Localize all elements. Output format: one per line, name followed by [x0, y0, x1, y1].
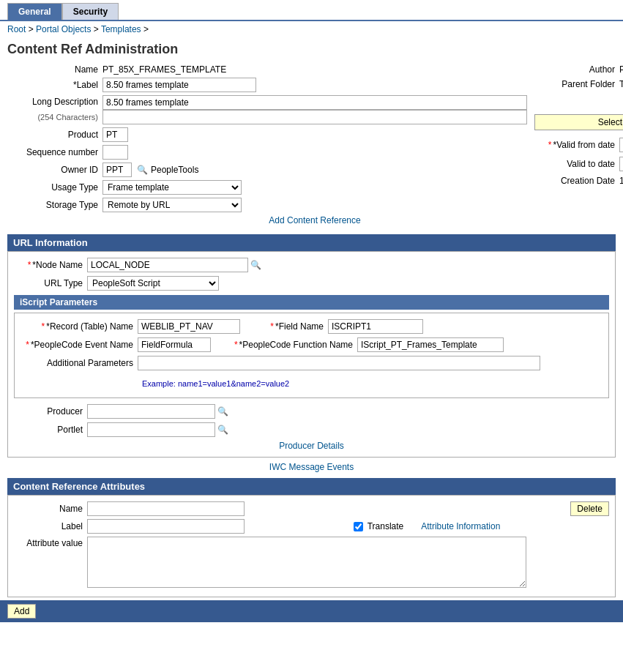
- iscript-header: iScript Parameters: [14, 295, 609, 310]
- creation-date-label: Creation Date: [534, 176, 615, 186]
- node-name-search-icon[interactable]: 🔍: [250, 260, 261, 270]
- node-name-input[interactable]: [87, 258, 248, 272]
- label-input[interactable]: [102, 78, 256, 92]
- attr-label-label: Label: [14, 521, 87, 531]
- author-value: PTDMO: [619, 64, 623, 75]
- page-title: Content Ref Administration: [0, 37, 623, 64]
- long-desc-input[interactable]: [102, 95, 527, 110]
- attr-value-textarea[interactable]: [87, 537, 526, 588]
- storage-type-label: Storage Type: [7, 200, 102, 210]
- breadcrumb-templates[interactable]: Templates: [101, 24, 141, 34]
- attribute-info-link[interactable]: Attribute Information: [421, 521, 500, 531]
- name-label: Name: [7, 64, 102, 75]
- record-name-label: *Record (Table) Name: [20, 321, 138, 332]
- event-name-label: *PeopleCode Event Name: [20, 340, 138, 350]
- url-type-select[interactable]: PeopleSoft Script External URL: [87, 276, 219, 291]
- event-name-input[interactable]: [138, 337, 211, 352]
- long-desc-input2[interactable]: [102, 110, 527, 124]
- valid-from-label: *Valid from date: [534, 140, 615, 150]
- translate-checkbox[interactable]: [354, 522, 363, 531]
- field-name-input[interactable]: [328, 319, 423, 334]
- add-content-ref-link[interactable]: Add Content Reference: [269, 215, 360, 225]
- usage-type-label: Usage Type: [7, 182, 102, 193]
- producer-label: Producer: [14, 406, 87, 417]
- producer-search-icon[interactable]: 🔍: [217, 406, 228, 417]
- usage-type-select[interactable]: Frame template Remote by URL: [102, 180, 242, 195]
- footer-bar: Add: [0, 600, 623, 622]
- sequence-input[interactable]: [102, 145, 128, 160]
- breadcrumb: Root > Portal Objects > Templates >: [0, 21, 623, 37]
- attr-label-input[interactable]: [87, 519, 245, 534]
- function-name-input[interactable]: [357, 337, 504, 352]
- producer-input[interactable]: [87, 404, 215, 419]
- additional-params-input[interactable]: [138, 356, 540, 370]
- node-name-label: *Node Name: [14, 260, 87, 270]
- iwc-message-events-link[interactable]: IWC Message Events: [269, 462, 354, 472]
- delete-button[interactable]: Delete: [570, 501, 609, 516]
- function-name-label: *PeopleCode Function Name: [233, 340, 357, 350]
- attr-value-label: Attribute value: [14, 537, 87, 548]
- portlet-search-icon[interactable]: 🔍: [217, 425, 228, 435]
- valid-to-label: Valid to date: [534, 159, 615, 169]
- translate-label: Translate: [368, 521, 404, 531]
- valid-to-input[interactable]: [619, 157, 623, 171]
- attr-name-label: Name: [14, 504, 87, 514]
- url-type-label: URL Type: [14, 278, 87, 288]
- breadcrumb-portal-objects[interactable]: Portal Objects: [36, 24, 91, 34]
- long-desc-label: Long Description: [7, 95, 102, 107]
- author-label: Author: [534, 64, 615, 75]
- label-form-label: *Label: [7, 80, 102, 90]
- parent-folder-label: Parent Folder: [534, 79, 615, 89]
- owner-id-label: Owner ID: [7, 165, 102, 175]
- tab-general[interactable]: General: [7, 3, 62, 20]
- tab-security[interactable]: Security: [62, 3, 119, 20]
- record-name-input[interactable]: [138, 319, 240, 334]
- attr-section-header: Content Reference Attributes: [7, 478, 616, 495]
- url-section-header: URL Information: [7, 234, 616, 251]
- char-note: (254 Characters): [7, 113, 102, 122]
- sequence-label: Sequence number: [7, 147, 102, 157]
- select-parent-folder-button[interactable]: Select New Parent Folder: [534, 114, 623, 130]
- name-value: PT_85X_FRAMES_TEMPLATE: [102, 64, 226, 75]
- portlet-label: Portlet: [14, 425, 87, 435]
- portlet-input[interactable]: [87, 422, 215, 437]
- creation-date-value: 10/04/2008: [619, 176, 623, 186]
- additional-params-label: Additional Parameters: [20, 358, 138, 368]
- breadcrumb-root[interactable]: Root: [7, 24, 26, 34]
- owner-id-input[interactable]: [102, 163, 132, 177]
- storage-type-select[interactable]: Remote by URL File: [102, 198, 242, 212]
- product-label: Product: [7, 130, 102, 140]
- attr-name-input[interactable]: [87, 501, 245, 516]
- product-input[interactable]: [102, 127, 128, 142]
- parent-folder-value: Templates: [619, 79, 623, 89]
- valid-from-input[interactable]: [619, 138, 623, 152]
- example-text: Example: name1=value1&name2=value2: [142, 379, 289, 388]
- producer-details-link[interactable]: Producer Details: [279, 441, 344, 451]
- field-name-label: *Field Name: [262, 321, 328, 332]
- owner-id-text: PeopleTools: [151, 165, 198, 175]
- owner-id-search-icon[interactable]: 🔍: [137, 165, 148, 175]
- add-button[interactable]: Add: [7, 604, 36, 619]
